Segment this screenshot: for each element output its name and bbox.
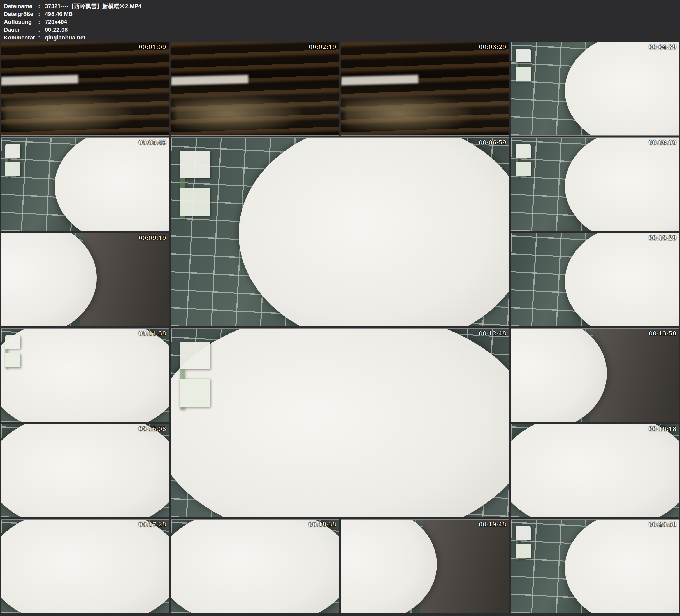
bathtub-shape <box>1 328 169 422</box>
video-thumbnail[interactable]: 00:05:49 <box>1 138 169 231</box>
video-thumbnail[interactable]: 00:19:48 <box>341 519 509 613</box>
comment-label: Kommentar <box>4 34 38 41</box>
video-thumbnail[interactable]: 00:03:29 <box>341 42 509 136</box>
bathtub-shape <box>239 138 509 326</box>
duration-label: Dauer <box>4 26 38 34</box>
video-thumbnail[interactable]: 00:15:08 <box>1 424 169 518</box>
video-thumbnail[interactable]: 00:06:59 <box>171 138 509 326</box>
timestamp-overlay: 00:20:58 <box>649 521 676 528</box>
timestamp-overlay: 00:19:48 <box>479 521 506 528</box>
video-thumbnail[interactable]: 00:10:29 <box>511 233 679 326</box>
bathtub-shape <box>1 233 97 326</box>
bathtub-shape <box>565 138 679 231</box>
bathtub-shape <box>171 519 339 613</box>
file-info-panel: Dateiname:37321----【西岭飘雪】新模糯米2.MP4 Datei… <box>0 0 680 42</box>
thumbnail-grid: 00:01:09 00:02:19 00:03:29 00:04:39 00:0… <box>1 42 679 613</box>
resolution-value: 720x404 <box>45 19 67 25</box>
video-thumbnail[interactable]: 00:04:39 <box>511 42 679 136</box>
bathtub-shape <box>511 328 607 422</box>
bathtub-shape <box>565 42 679 136</box>
video-thumbnail[interactable]: 00:11:38 <box>1 328 169 422</box>
timestamp-overlay: 00:09:19 <box>139 235 166 241</box>
comment-value: qinglanhua.net <box>45 34 85 40</box>
video-thumbnail[interactable]: 00:12:48 <box>171 328 509 518</box>
filesize-label: Dateigröße <box>4 10 38 18</box>
video-thumbnail[interactable]: 00:08:09 <box>511 138 679 231</box>
timestamp-overlay: 00:12:48 <box>479 330 506 337</box>
file-info-row-comment: Kommentar:qinglanhua.net <box>4 34 680 41</box>
file-info-row-resolution: Auflösung:720x404 <box>4 18 680 26</box>
video-thumbnail[interactable]: 00:13:58 <box>511 328 679 422</box>
timestamp-overlay: 00:08:09 <box>649 139 676 146</box>
resolution-label: Auflösung <box>4 18 38 26</box>
timestamp-overlay: 00:15:08 <box>139 426 166 432</box>
bathtub-shape <box>341 519 437 613</box>
duration-value: 00:22:08 <box>45 27 68 33</box>
separator: : <box>38 26 45 34</box>
separator: : <box>38 10 45 18</box>
bathtub-shape <box>1 424 169 518</box>
timestamp-overlay: 00:18:38 <box>309 521 336 528</box>
filename-value: 37321----【西岭飘雪】新模糯米2.MP4 <box>45 3 141 9</box>
bathtub-shape <box>171 328 509 518</box>
timestamp-overlay: 00:03:29 <box>479 44 506 50</box>
separator: : <box>38 18 45 26</box>
timestamp-overlay: 00:06:59 <box>479 139 506 146</box>
bathtub-shape <box>1 519 169 613</box>
video-thumbnail[interactable]: 00:16:18 <box>511 424 679 518</box>
bathtub-shape <box>565 519 679 613</box>
video-thumbnail[interactable]: 00:20:58 <box>511 519 679 613</box>
timestamp-overlay: 00:13:58 <box>649 330 676 337</box>
separator: : <box>38 34 45 41</box>
bathtub-shape <box>511 424 679 518</box>
timestamp-overlay: 00:05:49 <box>139 139 166 146</box>
filename-label: Dateiname <box>4 2 38 10</box>
video-thumbnail[interactable]: 00:09:19 <box>1 233 169 326</box>
video-thumbnail[interactable]: 00:17:28 <box>1 519 169 613</box>
timestamp-overlay: 00:10:29 <box>649 235 676 241</box>
file-info-row-filename: Dateiname:37321----【西岭飘雪】新模糯米2.MP4 <box>4 2 680 10</box>
timestamp-overlay: 00:02:19 <box>309 44 336 50</box>
timestamp-overlay: 00:16:18 <box>649 426 676 432</box>
video-thumbnail[interactable]: 00:18:38 <box>171 519 339 613</box>
file-info-row-filesize: Dateigröße:498.46 MB <box>4 10 680 18</box>
bathtub-shape <box>565 233 679 326</box>
timestamp-overlay: 00:04:39 <box>649 44 676 50</box>
timestamp-overlay: 00:01:09 <box>139 44 166 50</box>
timestamp-overlay: 00:11:38 <box>139 330 166 337</box>
file-info-row-duration: Dauer:00:22:08 <box>4 26 680 34</box>
bathtub-shape <box>55 138 169 231</box>
video-thumbnail[interactable]: 00:02:19 <box>171 42 339 136</box>
filesize-value: 498.46 MB <box>45 11 73 17</box>
separator: : <box>38 2 45 10</box>
video-thumbnail[interactable]: 00:01:09 <box>1 42 169 136</box>
timestamp-overlay: 00:17:28 <box>139 521 166 528</box>
